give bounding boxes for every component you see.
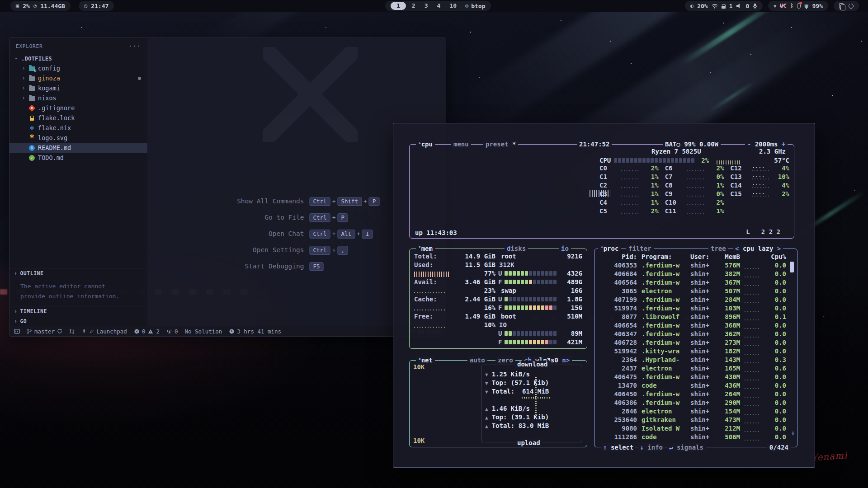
net-auto-button[interactable]: auto [467, 356, 487, 364]
speaker-muted-icon[interactable] [736, 3, 742, 9]
network-applet-icon[interactable]: ▼ [774, 4, 776, 9]
workspace-1[interactable]: 1 [391, 2, 406, 10]
btop-window: ¹cpu menu preset * 21:47:52 BAT○ 99% 0.0… [393, 123, 815, 468]
tree-item-.gitignore[interactable]: .gitignore [9, 103, 147, 113]
disk-io-value: 312K [498, 261, 514, 268]
tree-item-kogami[interactable]: ›kogami [9, 83, 147, 93]
tree-item-TODO.md[interactable]: ✓TODO.md [9, 153, 147, 163]
disk-io-label: 312K [498, 260, 582, 269]
launchpad-button[interactable]: Launchpad [81, 328, 127, 335]
signals-hint[interactable]: ↵ signals [667, 443, 706, 451]
tree-item-.DOTFILES[interactable]: ›.DOTFILES [9, 53, 147, 63]
proc-memory: 430M [717, 373, 740, 380]
meter-block [525, 331, 528, 336]
proc-row[interactable]: 406728.ferdium-wshin+273M0.0 [598, 339, 786, 347]
remote-button[interactable] [14, 328, 20, 334]
keycap: P [369, 197, 380, 206]
core-usage-graph [687, 202, 704, 205]
proc-cpu-graph [745, 309, 764, 312]
net-zero-button[interactable]: zero [495, 356, 515, 364]
proc-row[interactable]: 406386.ferdium-wshin+290M0.0 [598, 399, 786, 408]
wifi-icon[interactable] [712, 4, 718, 9]
microphone-icon[interactable] [753, 3, 757, 9]
tree-item-flake.nix[interactable]: ❄flake.nix [9, 123, 147, 133]
mouse-notification-icon[interactable] [797, 3, 801, 9]
outline-message: The active editor cannot provide outline… [9, 278, 136, 306]
meter-block [525, 340, 528, 344]
meter-block [541, 297, 544, 301]
proc-user: shin+ [690, 416, 717, 423]
proc-row[interactable]: 13470codeshin+436M0.0 [598, 382, 786, 390]
disk-value: 15G [571, 304, 582, 311]
timeline-section-header[interactable]: › TIMELINE [9, 306, 147, 316]
proc-row[interactable]: 9080Isolated Wshin+212M0.0 [598, 425, 786, 433]
cpu-tab[interactable]: ¹cpu [416, 140, 435, 148]
proc-row[interactable]: 2437electronshin+165M0.6 [598, 365, 786, 373]
proc-scrollbar[interactable] [790, 262, 794, 272]
proc-row[interactable]: 406684.ferdium-wshin+382M0.0 [598, 270, 786, 279]
filter-button[interactable]: filter [626, 244, 654, 253]
clock-time: 21:47 [91, 3, 108, 9]
bluetooth-icon[interactable]: ᛒ [790, 3, 793, 9]
brightness-icon[interactable]: ◐ [690, 3, 693, 9]
core-name: C9 [665, 190, 684, 197]
tree-item-logo.svg[interactable]: *logo.svg [9, 133, 147, 143]
solution-label[interactable]: No Solution [184, 328, 222, 335]
workspace-4[interactable]: 4 [434, 2, 443, 10]
tree-item-flake.lock[interactable]: flake.lock [9, 113, 147, 123]
tree-item-ginoza[interactable]: ›ginoza [9, 73, 147, 83]
tree-item-config[interactable]: ›config [9, 63, 147, 73]
download-stat: ▼1.25 KiB/s [485, 371, 578, 379]
menu-button[interactable]: menu [451, 140, 471, 148]
clipboard-icon[interactable] [839, 3, 844, 9]
outline-section-header[interactable]: › OUTLINE [9, 268, 147, 278]
proc-row[interactable]: 407199.ferdium-wshin+284M0.0 [598, 296, 786, 305]
meter-block [513, 340, 516, 344]
sort-selector[interactable]: < cpu lazy > [733, 244, 783, 253]
ports-button[interactable]: 0 [166, 328, 178, 335]
git-branch-button[interactable]: master [27, 328, 62, 335]
tree-button[interactable]: tree [708, 244, 728, 253]
proc-row[interactable]: 2364.Hyprland-shin+143M0.3 [598, 356, 786, 365]
workspace-2[interactable]: 2 [409, 2, 419, 10]
proc-row[interactable]: 519942.kitty-wrashin+182M0.0 [598, 347, 786, 356]
disk-size: 16G [571, 287, 582, 294]
explorer-actions-icon[interactable]: ··· [128, 42, 141, 50]
proc-row[interactable]: 519974.ferdium-wshin+103M0.0 [598, 305, 786, 313]
workspace-10[interactable]: 10 [446, 2, 460, 10]
core-name: C6 [665, 164, 684, 172]
mem-stat-row: Total:14.9 GiB [414, 253, 495, 261]
core-name: C8 [665, 182, 684, 189]
proc-row[interactable]: 8077.librewolfshin+896M0.1 [598, 313, 786, 322]
proc-row[interactable]: 406450.ferdium-wshin+264M0.0 [598, 390, 786, 399]
proc-row[interactable]: 111286codeshin+506M0.0 [598, 433, 786, 442]
info-hint[interactable]: ↓ info [637, 443, 665, 451]
go-section-header[interactable]: › GO [9, 316, 147, 326]
time-tracker[interactable]: 3 hrs 41 mins [229, 328, 281, 335]
tree-item-nixos[interactable]: ›nixos [9, 93, 147, 103]
proc-row[interactable]: 406654.ferdium-wshin+368M0.0 [598, 322, 786, 330]
meter-block [671, 158, 674, 163]
mem-tab[interactable]: ²mem [416, 244, 435, 253]
proc-row[interactable]: 406475.ferdium-wshin+430M0.0 [598, 373, 786, 382]
uc-tray-icon[interactable]: UC [780, 3, 786, 9]
proc-row[interactable]: 406564.ferdium-wshin+367M0.0 [598, 279, 786, 287]
mem-stat-value: 1.49 GiB [465, 313, 495, 320]
proc-cpu-graph [745, 343, 764, 346]
select-hint[interactable]: ↑ select [601, 443, 636, 451]
proc-row[interactable]: 253640gitkrakenshin+473M0.0 [598, 416, 786, 425]
keyboard-lock-icon[interactable] [722, 6, 726, 9]
preset-button[interactable]: preset * [483, 140, 518, 148]
cpu-total-percent: 2% [701, 157, 709, 164]
power-icon[interactable] [849, 4, 854, 9]
workspace-3[interactable]: 3 [421, 2, 431, 10]
proc-row[interactable]: 406353.ferdium-wshin+576M0.0 [598, 262, 786, 270]
proc-tab[interactable]: ⁴proc [598, 244, 621, 253]
tree-item-README.md[interactable]: iREADME.md [9, 143, 147, 153]
problems-button[interactable]: 0 2 [134, 328, 160, 335]
proc-row[interactable]: 406347.ferdium-wshin+362M0.0 [598, 330, 786, 339]
meter-block [537, 271, 540, 276]
git-compare-button[interactable] [69, 328, 75, 334]
proc-row[interactable]: 2846electronshin+154M0.0 [598, 408, 786, 416]
proc-row[interactable]: 3065electronshin+507M0.0 [598, 287, 786, 296]
